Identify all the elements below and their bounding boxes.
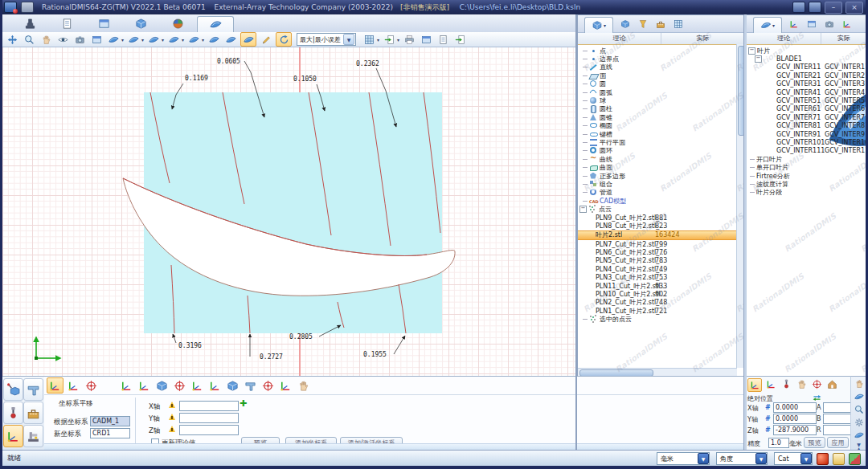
column-actual[interactable]: 实际 bbox=[661, 33, 744, 44]
error-mode-dropdown[interactable]: 最大|最小误差 ▼ bbox=[297, 33, 356, 46]
blade-root-item[interactable]: −叶片 bbox=[747, 47, 866, 55]
blade-compare-icon[interactable] bbox=[207, 33, 221, 46]
feature-item-parallel-planes[interactable]: 平行平面 bbox=[578, 138, 744, 146]
point-cloud-item[interactable]: PLN5_Cut_叶片2.stl_...783 bbox=[578, 257, 744, 265]
csys-plane-icon[interactable] bbox=[101, 378, 117, 393]
report-pattern-icon[interactable] bbox=[362, 33, 376, 46]
point-cloud-group[interactable]: −点云 bbox=[578, 205, 744, 213]
solids-tab-icon[interactable] bbox=[619, 18, 631, 30]
csys-translate-icon[interactable] bbox=[47, 377, 63, 394]
pen-icon[interactable] bbox=[259, 33, 273, 46]
print-report-icon[interactable] bbox=[402, 33, 416, 46]
feature-item-point[interactable]: 点 bbox=[578, 47, 744, 55]
blade-section-row[interactable]: GCV_INTER81GCV_INTER81 bbox=[747, 122, 866, 130]
gear-tool-icon[interactable] bbox=[853, 417, 865, 428]
new-csys-field[interactable] bbox=[90, 428, 130, 438]
abs-position-icon[interactable] bbox=[747, 378, 762, 392]
blade-tool-icon[interactable] bbox=[853, 391, 865, 402]
rel-position-icon[interactable] bbox=[764, 378, 777, 390]
pos-preview-button[interactable]: 预览 bbox=[804, 437, 825, 448]
feature-item-circle[interactable]: 圆 bbox=[578, 80, 744, 88]
home-position-icon[interactable] bbox=[825, 378, 838, 390]
feature-item-boundary-point[interactable]: 边界点 bbox=[578, 55, 744, 63]
filter-tab-icon[interactable] bbox=[637, 18, 649, 30]
exit-module-icon[interactable] bbox=[452, 33, 467, 46]
blade-analyze-icon[interactable] bbox=[186, 33, 201, 46]
collapse-icon[interactable]: − bbox=[579, 206, 587, 213]
point-cloud-item[interactable]: PLN3_Cut_叶片2.stl_...753 bbox=[578, 274, 744, 282]
column-theoretical[interactable]: 理论 bbox=[578, 33, 661, 44]
add-position-icon[interactable] bbox=[810, 378, 823, 390]
csys-measure-icon[interactable] bbox=[243, 378, 258, 393]
selected-cloud-item[interactable]: 选中的点云 bbox=[578, 316, 744, 324]
tab-document[interactable] bbox=[49, 16, 84, 32]
close-button[interactable]: × bbox=[845, 2, 863, 14]
y-offset-field[interactable] bbox=[179, 413, 239, 423]
feature-item-cylinder[interactable]: 圆柱 bbox=[578, 105, 744, 113]
blade-section-row[interactable]: GCV_INTER101GCV_INTER101 bbox=[747, 138, 866, 146]
feature-item-torus[interactable]: 圆环 bbox=[578, 147, 744, 155]
angle-value-field[interactable] bbox=[823, 425, 852, 435]
probe-view-button[interactable] bbox=[3, 378, 23, 401]
csys-cad-icon[interactable] bbox=[154, 378, 170, 393]
blade2-tool-icon[interactable] bbox=[853, 430, 865, 441]
image-window-icon[interactable] bbox=[89, 33, 104, 46]
triad-tab-icon[interactable] bbox=[788, 18, 800, 30]
tab-window[interactable] bbox=[86, 16, 121, 32]
feature-item-line[interactable]: 直线 bbox=[578, 63, 744, 71]
csys-axis-icon[interactable] bbox=[119, 378, 134, 393]
csys-bestfit-icon[interactable] bbox=[172, 378, 187, 393]
blade-deviation-icon[interactable] bbox=[240, 32, 256, 47]
pan-icon[interactable] bbox=[5, 33, 19, 46]
float-window-icon[interactable] bbox=[792, 2, 805, 13]
csys-offset-icon[interactable] bbox=[190, 378, 205, 393]
machine-button[interactable] bbox=[23, 425, 43, 447]
export-report-icon[interactable] bbox=[382, 33, 396, 46]
horizontal-scrollbar[interactable] bbox=[578, 368, 737, 376]
blade-section-row[interactable]: GCV_INTER71GCV_INTER71 bbox=[747, 113, 866, 121]
z-offset-field[interactable] bbox=[179, 425, 239, 435]
viewport-canvas[interactable]: 0.06050.11690.10500.23620.31960.27270.28… bbox=[2, 47, 575, 376]
units-status-icon[interactable] bbox=[833, 453, 845, 465]
joystick-icon[interactable] bbox=[795, 378, 808, 390]
probe-tool-icon[interactable] bbox=[853, 378, 865, 389]
angle-value-field[interactable] bbox=[823, 414, 852, 424]
feature-item-slot[interactable]: 键槽 bbox=[578, 130, 744, 138]
chevron-down-icon[interactable]: ▼ bbox=[800, 453, 812, 464]
dropdown-arrow-icon[interactable]: ▾ bbox=[182, 37, 184, 43]
magnifier-tool-icon[interactable] bbox=[853, 404, 865, 415]
chevron-down-icon[interactable]: ▼ bbox=[755, 453, 767, 464]
csys-iterative-icon[interactable] bbox=[260, 378, 276, 393]
tab-evaluate[interactable] bbox=[160, 16, 195, 32]
blade-section-row[interactable]: GCV_INTER31GCV_INTER31 bbox=[747, 80, 866, 88]
blade-curve-icon[interactable] bbox=[146, 33, 161, 46]
panel-splitter[interactable] bbox=[575, 14, 577, 450]
basket-tab-icon[interactable] bbox=[654, 18, 666, 30]
blade-align-icon[interactable] bbox=[166, 33, 181, 46]
csys-rotate-icon[interactable] bbox=[66, 378, 81, 393]
dropdown-arrow-icon[interactable]: ▾ bbox=[202, 37, 204, 43]
pos-apply-button[interactable]: 应用 bbox=[827, 437, 849, 448]
blade-import-icon[interactable] bbox=[106, 33, 121, 46]
csys-rps-icon[interactable] bbox=[207, 378, 223, 393]
point-cloud-item[interactable]: PLN6_Cut_叶片2.stl_...776 bbox=[578, 248, 744, 256]
blade-section-row[interactable]: GCV_INTER91GCV_INTER91 bbox=[747, 130, 866, 138]
blade-analysis-item[interactable]: 波纹度计算 bbox=[747, 180, 866, 188]
dock-window-icon[interactable] bbox=[809, 2, 821, 13]
orbit-icon[interactable] bbox=[39, 33, 53, 46]
precision-field[interactable] bbox=[768, 438, 789, 448]
axis-value-field[interactable] bbox=[773, 425, 817, 435]
dropdown-arrow-icon[interactable]: ▾ bbox=[141, 37, 144, 43]
csys-origin-icon[interactable] bbox=[137, 378, 152, 393]
blade-analysis-item[interactable]: 单开口叶片 bbox=[747, 163, 866, 171]
blade-section-row[interactable]: GCV_INTER41GCV_INTER41 bbox=[747, 88, 866, 96]
camera-tab-icon[interactable] bbox=[823, 18, 835, 30]
tab-features[interactable]: ▾ bbox=[584, 17, 613, 33]
blade-section-row[interactable]: GCV_INTER21GCV_INTER21 bbox=[747, 71, 866, 80]
point-cloud-item[interactable]: PLN4_Cut_叶片2.stl_...749 bbox=[578, 265, 744, 273]
menu-icon[interactable] bbox=[21, 2, 34, 13]
connection-status-icon[interactable] bbox=[849, 453, 861, 465]
feature-item-arc[interactable]: 圆弧 bbox=[578, 88, 744, 96]
save-window-icon[interactable] bbox=[436, 33, 450, 46]
point-cloud-item[interactable]: PLN7_Cut_叶片2.stl_...799 bbox=[578, 240, 744, 248]
